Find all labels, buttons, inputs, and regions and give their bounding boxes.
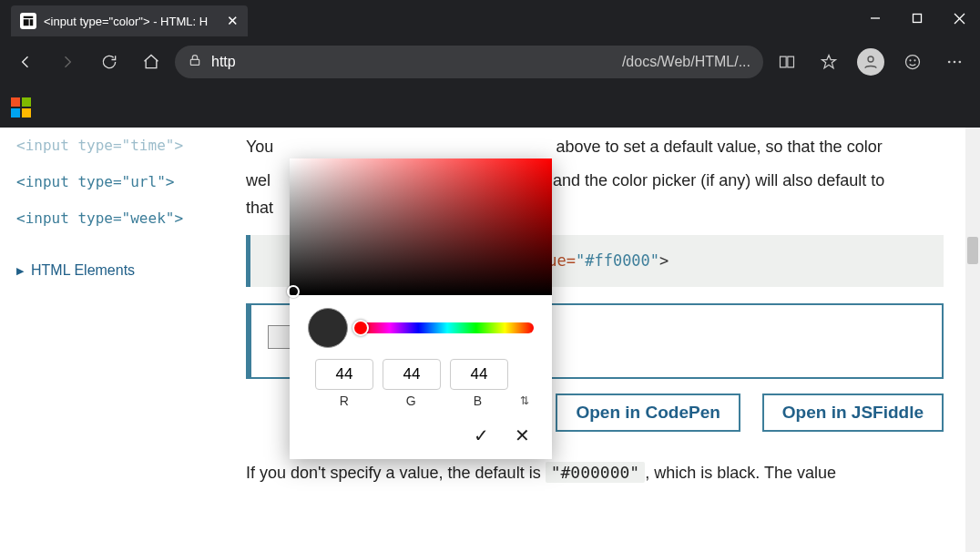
sidebar-item[interactable]: <input type="week">	[16, 200, 220, 237]
color-picker: R G B ⇅ ✓ ✕	[290, 158, 552, 459]
r-label: R	[315, 394, 373, 408]
b-input[interactable]	[450, 359, 508, 390]
favorite-icon[interactable]	[811, 44, 847, 80]
cancel-button[interactable]: ✕	[515, 424, 530, 446]
svg-point-8	[914, 60, 915, 61]
format-switch-icon[interactable]: ⇅	[516, 394, 534, 407]
browser-tab[interactable]: <input type="color"> - HTML: H ✕	[11, 5, 248, 36]
window-minimize-button[interactable]	[854, 0, 896, 36]
hue-slider[interactable]	[361, 322, 534, 333]
g-input[interactable]	[383, 359, 441, 390]
r-input[interactable]	[315, 359, 373, 390]
reading-icon[interactable]	[769, 44, 805, 80]
vertical-scrollbar[interactable]	[965, 128, 980, 552]
color-preview	[308, 308, 348, 348]
lock-icon	[188, 53, 202, 71]
confirm-button[interactable]: ✓	[474, 424, 489, 446]
g-label: G	[382, 394, 439, 408]
svg-point-11	[959, 61, 962, 64]
avatar-icon	[857, 48, 884, 76]
svg-point-10	[954, 61, 956, 64]
svg-rect-4	[190, 59, 199, 65]
browser-strip	[0, 87, 980, 128]
address-bar[interactable]: http /docs/Web/HTML/...	[175, 46, 763, 78]
page: <input type="time"> <input type="url"> <…	[0, 128, 980, 552]
refresh-button[interactable]	[91, 44, 128, 80]
feedback-icon[interactable]	[894, 44, 931, 80]
text-line: You above to set a default value, so tha…	[246, 133, 944, 161]
svg-point-5	[868, 56, 873, 62]
svg-point-9	[948, 61, 951, 64]
tab-title: <input type="color"> - HTML: H	[44, 15, 208, 28]
tab-close-icon[interactable]: ✕	[218, 13, 239, 29]
window-maximize-button[interactable]	[896, 0, 938, 36]
sidebar: <input type="time"> <input type="url"> <…	[0, 128, 237, 552]
sv-cursor[interactable]	[287, 285, 300, 298]
sidebar-section[interactable]: ▶ HTML Elements	[16, 262, 220, 279]
microsoft-logo-icon[interactable]	[11, 97, 31, 118]
titlebar: <input type="color"> - HTML: H ✕	[0, 0, 980, 36]
text-line: If you don't specify a value, the defaul…	[246, 459, 944, 487]
browser-toolbar: http /docs/Web/HTML/...	[0, 36, 980, 87]
svg-point-7	[910, 60, 911, 61]
saturation-value-area[interactable]	[290, 158, 552, 295]
forward-button[interactable]	[49, 44, 86, 80]
svg-rect-1	[914, 15, 922, 23]
tab-favicon	[20, 13, 36, 29]
chevron-right-icon: ▶	[16, 265, 24, 277]
scroll-thumb[interactable]	[967, 237, 978, 264]
window-close-button[interactable]	[938, 0, 980, 36]
back-button[interactable]	[7, 44, 44, 80]
menu-icon[interactable]	[936, 44, 973, 80]
sidebar-item[interactable]: <input type="url">	[16, 164, 220, 200]
url-path: /docs/Web/HTML/...	[622, 54, 750, 70]
home-button[interactable]	[133, 44, 169, 80]
url-prefix: http	[211, 54, 236, 70]
sidebar-section-label: HTML Elements	[31, 262, 135, 279]
open-jsfiddle-button[interactable]: Open in JSFiddle	[762, 394, 944, 432]
window-controls	[854, 0, 980, 36]
svg-point-6	[906, 56, 920, 69]
profile-button[interactable]	[852, 44, 889, 80]
hue-cursor[interactable]	[352, 320, 369, 336]
open-codepen-button[interactable]: Open in CodePen	[556, 394, 740, 432]
sidebar-item[interactable]: <input type="time">	[16, 128, 220, 164]
b-label: B	[449, 394, 506, 408]
